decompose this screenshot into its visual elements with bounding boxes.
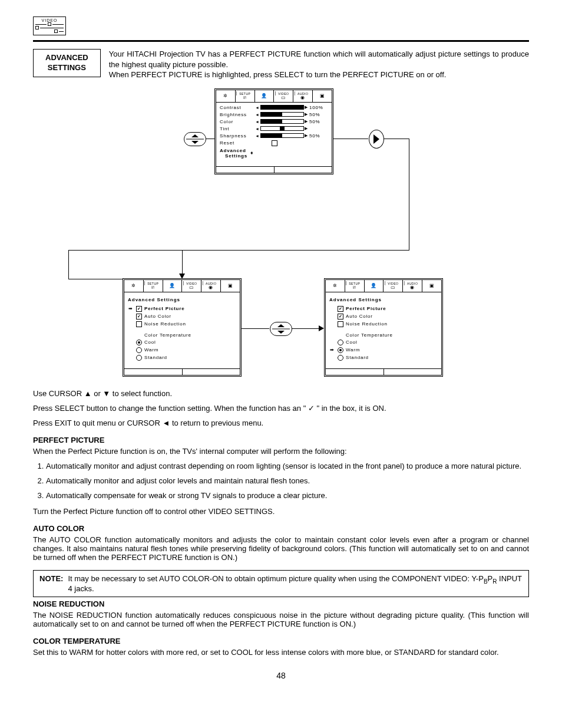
color-temperature-body: Set this to WARM for hotter colors with … [33, 648, 529, 657]
noise-reduction-body: The NOISE REDUCTION function automatical… [33, 611, 529, 628]
perfect-picture-heading: PERFECT PICTURE [33, 436, 529, 444]
color-temperature-heading: COLOR TEMPERATURE [33, 637, 529, 645]
noise-reduction-heading: NOISE REDUCTION [33, 599, 529, 608]
osd-video-menu: ✲ |SETUP⎚ 👤 |VIDEO▭ |AUDIO◉ ▣ Contrast◄▶… [214, 88, 333, 174]
video-chip: VIDEO [33, 17, 66, 35]
perfect-picture-intro: When the Perfect Picture function is on,… [33, 447, 529, 456]
perfect-picture-outro: Turn the Perfect Picture function off to… [33, 507, 529, 516]
instruction-line-1: Use CURSOR ▲ or ▼ to select function. [33, 389, 529, 398]
instruction-line-3: Press EXIT to quit menu or CURSOR ◄ to r… [33, 419, 529, 427]
advanced-settings-heading: ADVANCEDSETTINGS [33, 49, 101, 77]
select-button[interactable] [369, 130, 384, 149]
page-number: 48 [33, 671, 529, 680]
osd-advanced-right: ✲ |SETUP⎚ 👤 |VIDEO▭ |AUDIO◉ ▣ Advanced S… [324, 278, 443, 377]
note-box: NOTE: It may be necessary to set AUTO CO… [33, 570, 529, 598]
instruction-line-2: Press SELECT button to change the functi… [33, 404, 529, 413]
menu-diagram: ✲ |SETUP⎚ 👤 |VIDEO▭ |AUDIO◉ ▣ Contrast◄▶… [33, 86, 529, 387]
divider [33, 40, 529, 42]
note-text: It may be necessary to set AUTO COLOR-ON… [68, 574, 523, 594]
auto-color-body: The AUTO COLOR function automatically mo… [33, 535, 529, 562]
cursor-up-down-button-2[interactable] [270, 322, 292, 336]
note-label: NOTE: [39, 574, 63, 594]
cursor-up-down-button[interactable] [184, 132, 206, 146]
perfect-picture-list: Automatically monitor and adjust contras… [33, 462, 529, 500]
video-chip-label: VIDEO [35, 18, 64, 22]
auto-color-heading: AUTO COLOR [33, 524, 529, 533]
osd-advanced-left: ✲ |SETUP⎚ 👤 |VIDEO▭ |AUDIO◉ ▣ Advanced S… [123, 278, 242, 377]
intro-text: Your HITACHI Projection TV has a PERFECT… [109, 49, 529, 80]
